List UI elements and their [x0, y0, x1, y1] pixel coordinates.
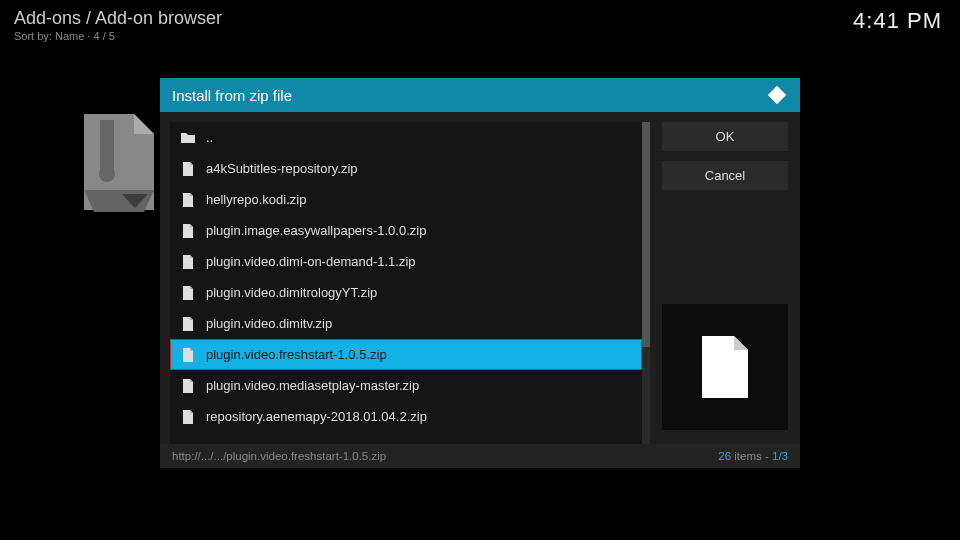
file-label: repository.aenemapy-2018.01.04.2.zip [206, 409, 427, 424]
file-label: plugin.video.dimitrologyYT.zip [206, 285, 377, 300]
file-label: plugin.video.freshstart-1.0.5.zip [206, 347, 387, 362]
file-label: .. [206, 130, 213, 145]
folder-icon [180, 130, 196, 146]
file-preview [662, 304, 788, 430]
file-icon [180, 223, 196, 239]
file-icon [180, 254, 196, 270]
file-list: ..a4kSubtitles-repository.ziphellyrepo.k… [170, 122, 642, 432]
file-icon [180, 192, 196, 208]
dialog-title: Install from zip file [172, 87, 292, 104]
file-list-pane: ..a4kSubtitles-repository.ziphellyrepo.k… [170, 122, 650, 444]
scrollbar[interactable] [642, 122, 650, 444]
file-icon [180, 409, 196, 425]
ok-button[interactable]: OK [662, 122, 788, 151]
app-header: Add-ons / Add-on browser Sort by: Name ·… [14, 8, 222, 42]
svg-point-1 [99, 166, 115, 182]
file-label: a4kSubtitles-repository.zip [206, 161, 358, 176]
install-zip-dialog: Install from zip file ..a4kSubtitles-rep… [160, 78, 800, 468]
file-row[interactable]: plugin.image.easywallpapers-1.0.0.zip [170, 215, 642, 246]
dialog-right-pane: OK Cancel [650, 112, 800, 444]
zip-background-icon [82, 112, 156, 212]
file-label: plugin.video.mediasetplay-master.zip [206, 378, 419, 393]
file-row[interactable]: plugin.video.dimi-on-demand-1.1.zip [170, 246, 642, 277]
scrollbar-thumb[interactable] [642, 122, 650, 347]
file-icon [180, 378, 196, 394]
file-label: plugin.video.dimi-on-demand-1.1.zip [206, 254, 416, 269]
file-row[interactable]: plugin.video.dimitv.zip [170, 308, 642, 339]
file-label: plugin.image.easywallpapers-1.0.0.zip [206, 223, 426, 238]
dialog-header: Install from zip file [160, 78, 800, 112]
file-label: plugin.video.dimitv.zip [206, 316, 332, 331]
file-row[interactable]: a4kSubtitles-repository.zip [170, 153, 642, 184]
kodi-logo-icon [766, 84, 788, 106]
file-preview-icon [698, 334, 752, 400]
file-row[interactable]: hellyrepo.kodi.zip [170, 184, 642, 215]
status-items-label: items - [731, 450, 772, 462]
dialog-body: ..a4kSubtitles-repository.ziphellyrepo.k… [160, 112, 800, 444]
file-icon [180, 161, 196, 177]
clock: 4:41 PM [853, 8, 942, 34]
file-row[interactable]: plugin.video.freshstart-1.0.5.zip [170, 339, 642, 370]
status-count: 26 [718, 450, 731, 462]
file-row[interactable]: plugin.video.dimitrologyYT.zip [170, 277, 642, 308]
file-row[interactable]: plugin.video.mediasetplay-master.zip [170, 370, 642, 401]
sort-info: Sort by: Name · 4 / 5 [14, 30, 222, 42]
svg-rect-0 [100, 120, 114, 170]
breadcrumb: Add-ons / Add-on browser [14, 8, 222, 29]
status-bar: http://.../.../plugin.video.freshstart-1… [160, 444, 800, 468]
file-icon [180, 285, 196, 301]
file-icon [180, 316, 196, 332]
parent-folder-row[interactable]: .. [170, 122, 642, 153]
status-path: http://.../.../plugin.video.freshstart-1… [172, 450, 386, 462]
file-row[interactable]: repository.aenemapy-2018.01.04.2.zip [170, 401, 642, 432]
status-page: 1/3 [772, 450, 788, 462]
file-icon [180, 347, 196, 363]
file-label: hellyrepo.kodi.zip [206, 192, 306, 207]
cancel-button[interactable]: Cancel [662, 161, 788, 190]
status-count-area: 26 items - 1/3 [718, 450, 788, 462]
